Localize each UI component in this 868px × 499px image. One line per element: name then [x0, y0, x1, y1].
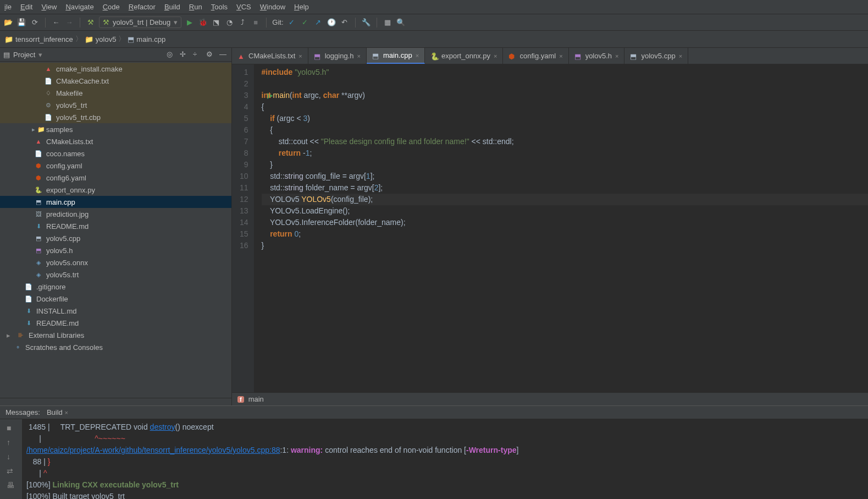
profile-icon[interactable]: ◔ [224, 18, 234, 28]
close-tab-icon[interactable]: × [494, 53, 497, 59]
close-tab-icon[interactable]: × [559, 53, 562, 59]
code-line-6[interactable]: { [262, 124, 868, 136]
stop-icon[interactable]: ■ [251, 18, 261, 28]
git-push-icon[interactable]: ↗ [313, 18, 323, 28]
structure-icon[interactable]: ▦ [383, 18, 392, 28]
git-update-icon[interactable]: ✓ [287, 18, 297, 28]
editor-tab-main-cpp[interactable]: ⬒main.cpp× [367, 48, 425, 64]
run-icon[interactable]: ▶ [185, 18, 195, 28]
tree-item-cmakelists-txt[interactable]: ▲CMakeLists.txt [0, 135, 231, 147]
editor-tab-config-yaml[interactable]: ⬢config.yaml× [503, 48, 568, 64]
code-line-4[interactable]: { [262, 101, 868, 113]
back-icon[interactable]: ← [51, 18, 61, 28]
tree-scratches[interactable]: ⚬Scratches and Consoles [0, 341, 231, 353]
menu-item-edit[interactable]: Edit [16, 1, 37, 13]
tree-item-main-cpp[interactable]: ⬒main.cpp [0, 196, 231, 208]
tree-item-cmake-install-cmake[interactable]: ▲cmake_install.cmake [0, 63, 231, 75]
menu-item-vcs[interactable]: VCS [232, 1, 256, 13]
code-line-10[interactable]: std::string config_file = argv[1]; [262, 171, 868, 182]
close-tab-icon[interactable]: × [679, 53, 682, 59]
git-history-icon[interactable]: 🕐 [327, 18, 336, 28]
code-line-1[interactable]: #include "yolov5.h" [262, 67, 868, 78]
function-name[interactable]: main [248, 395, 264, 403]
code-line-14[interactable]: YOLOv5.InferenceFolder(folder_name); [262, 217, 868, 228]
menu-item-run[interactable]: Run [185, 1, 207, 13]
close-tab-icon[interactable]: × [357, 53, 360, 59]
menu-item-help[interactable]: Help [290, 1, 313, 13]
open-icon[interactable]: 📂 [3, 18, 13, 28]
horizontal-scrollbar[interactable] [0, 398, 231, 405]
tree-item-export-onnx-py[interactable]: 🐍export_onnx.py [0, 184, 231, 196]
menu-item-view[interactable]: View [37, 1, 61, 13]
code-line-5[interactable]: if (argc < 3) [262, 113, 868, 124]
forward-icon[interactable]: → [64, 18, 74, 28]
tree-item-coco-names[interactable]: 📄coco.names [0, 147, 231, 160]
project-label[interactable]: Project [13, 51, 35, 59]
menu-item-tools[interactable]: Tools [207, 1, 232, 13]
editor-tab-cmakelists-txt[interactable]: ▲CMakeLists.txt× [232, 48, 308, 64]
console-down-icon[interactable]: ↓ [7, 452, 15, 461]
menu-item-ile[interactable]: ile [0, 1, 16, 13]
collapse-icon[interactable]: ÷ [193, 50, 202, 59]
breadcrumb-root[interactable]: 📁tensorrt_inference [4, 35, 73, 43]
console-up-icon[interactable]: ↑ [7, 438, 15, 447]
code-editor[interactable]: 123▶45678910111213141516 #include "yolov… [232, 64, 868, 392]
hide-icon[interactable]: — [219, 50, 228, 59]
breadcrumb-file[interactable]: ⬒main.cpp [128, 35, 165, 43]
code-line-15[interactable]: return 0; [262, 228, 868, 240]
save-icon[interactable]: 💾 [16, 18, 26, 28]
git-commit-icon[interactable]: ✓ [300, 18, 310, 28]
locate-icon[interactable]: ◎ [167, 50, 175, 59]
tree-item-makefile[interactable]: ♢Makefile [0, 87, 231, 99]
debug-icon[interactable]: 🐞 [198, 18, 208, 28]
run-configuration-select[interactable]: ⚒ yolov5_trt | Debug ▾ [99, 17, 181, 28]
tree-item--gitignore[interactable]: 📄.gitignore [0, 281, 231, 293]
tree-item-yolov5-trt-cbp[interactable]: 📄yolov5_trt.cbp [0, 111, 231, 123]
tree-item-config-yaml[interactable]: ⬢config.yaml [0, 160, 231, 172]
ide-settings-icon[interactable]: 🔧 [361, 18, 371, 28]
code-line-12[interactable]: YOLOv5 YOLOv5(config_file); [262, 194, 868, 205]
tree-item-yolov5-trt[interactable]: ⚙yolov5_trt [0, 99, 231, 111]
menu-item-build[interactable]: Build [160, 1, 185, 13]
editor-tab-yolov5-h[interactable]: ⬒yolov5.h× [569, 48, 625, 64]
tree-item-dockerfile[interactable]: 📄Dockerfile [0, 293, 231, 305]
tree-item-readme-md[interactable]: ⬇README.md [0, 317, 231, 329]
menu-item-refactor[interactable]: Refactor [124, 1, 160, 13]
tree-item-samples[interactable]: ▸ 📁samples [0, 123, 231, 135]
code-line-2[interactable] [262, 78, 868, 90]
console-stop-icon[interactable]: ■ [7, 424, 15, 432]
menu-item-navigate[interactable]: Navigate [61, 1, 98, 13]
code-line-13[interactable]: YOLOv5.LoadEngine(); [262, 205, 868, 217]
tree-item-prediction-jpg[interactable]: 🖼prediction.jpg [0, 208, 231, 220]
editor-tab-logging-h[interactable]: ⬒logging.h× [308, 48, 367, 64]
project-tree[interactable]: ▲cmake_install.cmake📄CMakeCache.txt♢Make… [0, 62, 231, 398]
tree-item-cmakecache-txt[interactable]: 📄CMakeCache.txt [0, 75, 231, 87]
editor-tab-export-onnx-py[interactable]: 🐍export_onnx.py× [425, 48, 503, 64]
tree-external-libraries[interactable]: ▸⊪External Libraries [0, 329, 231, 341]
code-line-3[interactable]: int main(int argc, char **argv) [262, 90, 868, 101]
breadcrumb-folder[interactable]: 📁yolov5 [85, 35, 117, 43]
code-line-7[interactable]: std::cout << "Please design config file … [262, 136, 868, 147]
tree-item-yolov5-cpp[interactable]: ⬒yolov5.cpp [0, 232, 231, 244]
refresh-icon[interactable]: ⟳ [30, 18, 40, 28]
close-tab-icon[interactable]: × [298, 53, 302, 59]
expand-icon[interactable]: ✢ [180, 50, 189, 59]
messages-tab-build[interactable]: Build × [47, 408, 68, 416]
git-rollback-icon[interactable]: ↶ [340, 18, 350, 28]
console-output[interactable]: 1485 | TRT_DEPRECATED void destroy() noe… [22, 419, 868, 499]
console-wrap-icon[interactable]: ⇄ [7, 467, 15, 475]
coverage-icon[interactable]: ⬔ [211, 18, 221, 28]
editor-tab-yolov5-cpp[interactable]: ⬒yolov5.cpp× [624, 48, 688, 64]
console-print-icon[interactable]: 🖶 [7, 481, 15, 490]
attach-icon[interactable]: ⤴ [237, 18, 247, 28]
close-tab-icon[interactable]: × [615, 53, 618, 59]
tree-item-config6-yaml[interactable]: ⬢config6.yaml [0, 172, 231, 184]
code-line-8[interactable]: return -1; [262, 147, 868, 159]
tree-item-readme-md[interactable]: ⬇README.md [0, 220, 231, 232]
menu-item-code[interactable]: Code [98, 1, 124, 13]
search-everywhere-icon[interactable]: 🔍 [396, 18, 406, 28]
build-hammer-icon[interactable]: ⚒ [86, 18, 96, 28]
settings-gear-icon[interactable]: ⚙ [206, 50, 215, 59]
code-line-16[interactable]: } [262, 240, 868, 251]
code-line-9[interactable]: } [262, 159, 868, 171]
